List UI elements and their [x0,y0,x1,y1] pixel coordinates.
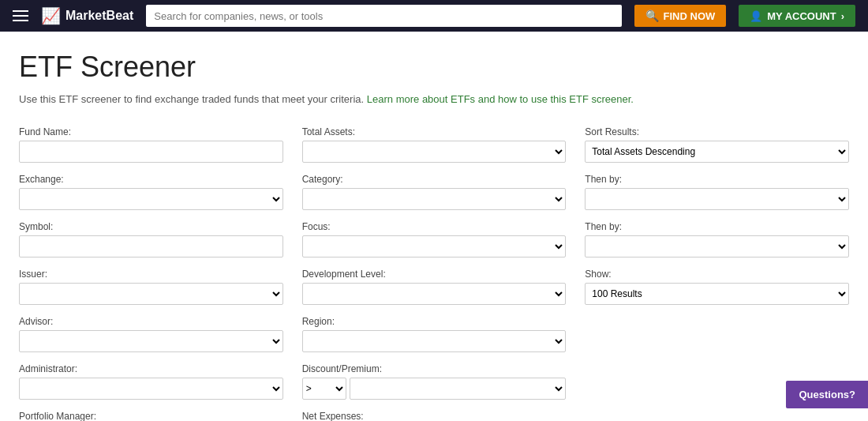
form-col-3: Sort Results: Total Assets Descending Th… [585,126,849,422]
sort-results-label: Sort Results: [585,126,849,137]
total-assets-select[interactable] [302,141,567,163]
description-text: Use this ETF screener to find exchange t… [19,93,364,105]
focus-select[interactable] [302,235,567,257]
sort-results-select[interactable]: Total Assets Descending [585,141,849,163]
total-assets-group: Total Assets: [302,126,567,163]
header: 📈 MarketBeat 🔍 FIND NOW 👤 MY ACCOUNT › [0,0,868,32]
issuer-group: Issuer: [19,269,283,305]
discount-premium-value-select[interactable] [350,378,567,400]
portfolio-manager-label: Portfolio Manager: [19,411,283,422]
logo-link[interactable]: 📈 MarketBeat [41,6,133,25]
fund-name-label: Fund Name: [19,126,283,137]
category-group: Category: [302,174,567,210]
advisor-select[interactable] [19,330,283,352]
category-select[interactable] [302,188,567,210]
description: Use this ETF screener to find exchange t… [19,92,849,107]
user-icon: 👤 [750,10,762,22]
administrator-group: Administrator: [19,363,283,400]
region-select[interactable] [302,330,567,352]
show-label: Show: [585,269,849,280]
net-expenses-group: Net Expenses: > < >= <= = [302,411,567,422]
fund-name-group: Fund Name: [19,126,283,163]
show-select[interactable]: 100 Results 50 Results 25 Results [585,283,849,305]
issuer-label: Issuer: [19,269,283,280]
my-account-label: MY ACCOUNT [767,10,836,22]
total-assets-label: Total Assets: [302,126,567,137]
region-group: Region: [302,316,567,352]
advisor-label: Advisor: [19,316,283,327]
administrator-select[interactable] [19,378,283,400]
my-account-button[interactable]: 👤 MY ACCOUNT › [739,5,855,27]
development-level-group: Development Level: [302,269,567,305]
portfolio-manager-group: Portfolio Manager: [19,411,283,422]
sort-results-group: Sort Results: Total Assets Descending [585,126,849,163]
focus-label: Focus: [302,221,567,232]
find-now-label: FIND NOW [664,10,716,22]
search-icon: 🔍 [645,9,659,22]
learn-more-link[interactable]: Learn more about ETFs and how to use thi… [367,93,634,105]
find-now-button[interactable]: 🔍 FIND NOW [634,5,727,27]
then-by-1-select[interactable] [585,188,849,210]
focus-group: Focus: [302,221,567,257]
issuer-select[interactable] [19,283,283,305]
discount-premium-group: Discount/Premium: > < >= <= = [302,363,567,400]
then-by-2-label: Then by: [585,221,849,232]
development-level-label: Development Level: [302,269,567,280]
discount-premium-label: Discount/Premium: [302,363,567,374]
logo-icon: 📈 [41,6,61,25]
chevron-right-icon: › [841,10,844,22]
discount-premium-inline: > < >= <= = [302,378,567,400]
development-level-select[interactable] [302,283,567,305]
region-label: Region: [302,316,567,327]
exchange-label: Exchange: [19,174,283,185]
exchange-select[interactable] [19,188,283,210]
symbol-group: Symbol: [19,221,283,257]
show-group: Show: 100 Results 50 Results 25 Results [585,269,849,305]
questions-button[interactable]: Questions? [786,381,868,408]
net-expenses-label: Net Expenses: [302,411,567,422]
then-by-2-select[interactable] [585,235,849,257]
page-title: ETF Screener [19,51,849,84]
exchange-group: Exchange: [19,174,283,210]
form-col-1: Fund Name: Exchange: Symbol: Issuer: [19,126,283,422]
symbol-input[interactable] [19,235,283,257]
logo-text: MarketBeat [65,9,133,23]
category-label: Category: [302,174,567,185]
administrator-label: Administrator: [19,363,283,374]
form-col-2: Total Assets: Category: Focus: Developme… [302,126,567,422]
then-by-1-label: Then by: [585,174,849,185]
symbol-label: Symbol: [19,221,283,232]
fund-name-input[interactable] [19,141,283,163]
discount-premium-compare-select[interactable]: > < >= <= = [302,378,346,400]
hamburger-menu-icon[interactable] [13,10,28,21]
form-grid: Fund Name: Exchange: Symbol: Issuer: [19,126,849,422]
then-by-2-group: Then by: [585,221,849,257]
then-by-1-group: Then by: [585,174,849,210]
advisor-group: Advisor: [19,316,283,352]
search-input[interactable] [146,5,621,27]
main-content: ETF Screener Use this ETF screener to fi… [0,32,868,421]
